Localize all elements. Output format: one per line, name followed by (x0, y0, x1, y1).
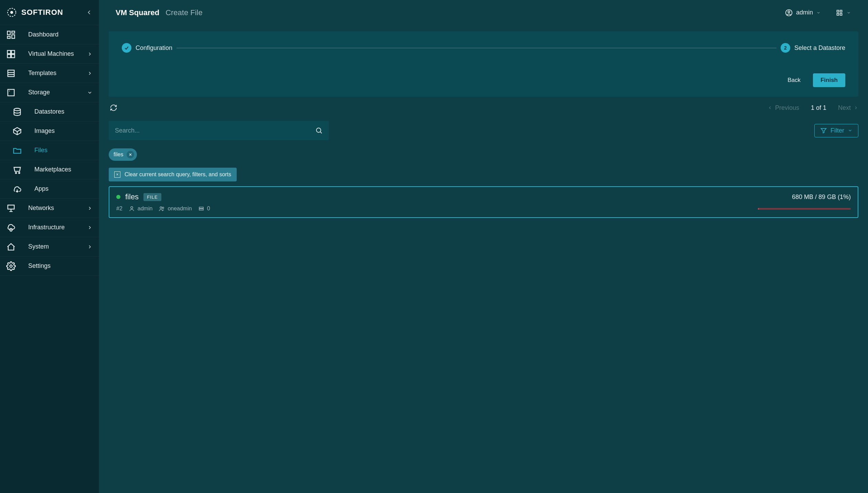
svg-point-15 (14, 108, 21, 111)
sidebar-collapse-button[interactable] (86, 9, 93, 16)
svg-rect-9 (11, 54, 14, 57)
user-menu[interactable]: admin (784, 7, 821, 19)
pager-info: 1 of 1 (811, 104, 826, 112)
usage-progress-fill (758, 208, 759, 210)
card-owner: admin (129, 206, 153, 212)
wizard-step-connector (176, 48, 776, 48)
sidebar-item-label: Files (34, 147, 47, 154)
card-count-value: 0 (207, 206, 210, 212)
search-box[interactable] (109, 121, 329, 140)
filter-label: Filter (831, 127, 844, 134)
chevron-right-icon (87, 51, 93, 57)
sidebar-item-storage[interactable]: Storage (0, 83, 99, 102)
sidebar-item-label: Dashboard (28, 31, 58, 38)
sidebar-item-label: Datastores (34, 108, 64, 115)
sidebar: SOFTIRON Dashboard Virtual Machines Tem (0, 0, 99, 493)
sidebar-subitem-marketplaces[interactable]: Marketplaces (0, 160, 99, 179)
search-input[interactable] (115, 127, 315, 134)
sidebar-item-label: Apps (34, 185, 49, 192)
card-usage: 680 MB / 89 GB (1%) (792, 193, 851, 201)
wizard-step-1-badge (122, 43, 131, 53)
pager-prev[interactable]: Previous (768, 104, 799, 112)
wizard-actions: Back Finish (122, 73, 845, 87)
clear-label: Clear current search query, filters, and… (125, 171, 231, 178)
svg-point-33 (162, 207, 164, 209)
chevron-right-icon (87, 244, 93, 250)
svg-rect-23 (837, 10, 839, 12)
finish-button[interactable]: Finish (813, 73, 845, 87)
svg-point-1 (10, 11, 13, 14)
wizard-step-1-label: Configuration (136, 44, 172, 52)
sidebar-item-networks[interactable]: Networks (0, 199, 99, 218)
filter-chips: files (109, 148, 858, 161)
users-icon (159, 206, 165, 212)
svg-point-31 (131, 207, 133, 209)
sidebar-item-virtual-machines[interactable]: Virtual Machines (0, 44, 99, 64)
db-icon (12, 107, 22, 117)
count-icon (198, 206, 204, 212)
svg-point-20 (10, 265, 12, 267)
sidebar-item-dashboard[interactable]: Dashboard (0, 25, 99, 44)
list-toolbar: Previous 1 of 1 Next (109, 103, 858, 113)
pager-prev-label: Previous (775, 104, 799, 112)
chevron-down-icon (816, 11, 821, 15)
sidebar-item-infrastructure[interactable]: Infrastructure (0, 218, 99, 237)
chevron-down-icon (87, 90, 93, 95)
cloud-download-icon (12, 184, 22, 194)
svg-rect-6 (8, 50, 11, 53)
page-subtitle: Create File (165, 8, 203, 17)
svg-rect-13 (8, 89, 14, 96)
sidebar-subitem-images[interactable]: Images (0, 122, 99, 141)
sidebar-subitem-datastores[interactable]: Datastores (0, 102, 99, 122)
chevron-down-icon (847, 11, 851, 15)
user-label: admin (796, 9, 813, 16)
svg-line-28 (320, 132, 322, 133)
dashboard-icon (6, 30, 16, 40)
brand-logo (6, 7, 17, 18)
svg-rect-34 (199, 207, 203, 209)
svg-rect-4 (12, 35, 14, 39)
cart-icon (12, 165, 22, 175)
svg-rect-26 (840, 13, 842, 15)
chevron-right-icon (87, 225, 93, 230)
pager-next-label: Next (838, 104, 851, 112)
card-id-value: #2 (116, 206, 122, 212)
sidebar-item-label: Virtual Machines (28, 50, 74, 57)
content: Configuration 2 Select a Datastore Back … (99, 25, 868, 493)
sidebar-subitem-apps[interactable]: Apps (0, 179, 99, 199)
filter-button[interactable]: Filter (814, 124, 858, 137)
gear-icon (6, 261, 16, 271)
view-menu[interactable] (835, 7, 851, 19)
card-meta-row: #2 admin oneadmin (116, 206, 851, 212)
pager-next[interactable]: Next (838, 104, 858, 112)
svg-rect-8 (8, 54, 11, 57)
user-icon (129, 206, 135, 212)
wizard-step-2-label: Select a Datastore (794, 44, 845, 52)
clear-filters-button[interactable]: × Clear current search query, filters, a… (109, 168, 237, 181)
sidebar-subitem-files[interactable]: Files (0, 141, 99, 160)
chevron-right-icon (87, 71, 93, 76)
search-row: Filter (109, 121, 858, 140)
chip-remove-button[interactable] (127, 151, 134, 158)
sidebar-item-settings[interactable]: Settings (0, 256, 99, 276)
filter-chip-files[interactable]: files (109, 148, 137, 161)
card-count: 0 (198, 206, 210, 212)
back-button[interactable]: Back (780, 73, 808, 87)
topbar: VM Squared Create File admin (99, 0, 868, 25)
svg-point-27 (317, 128, 321, 133)
user-icon (785, 9, 793, 17)
sidebar-item-label: Networks (28, 204, 54, 212)
svg-point-17 (19, 172, 20, 174)
filter-icon (820, 127, 827, 134)
refresh-button[interactable] (109, 103, 118, 113)
sidebar-item-label: Images (34, 127, 55, 135)
svg-rect-24 (840, 10, 842, 12)
card-title: files (125, 192, 139, 201)
grid-icon (6, 49, 16, 59)
network-icon (6, 203, 16, 213)
sidebar-item-templates[interactable]: Templates (0, 64, 99, 83)
brandbar: SOFTIRON (0, 0, 99, 25)
svg-rect-35 (199, 209, 203, 210)
datastore-card[interactable]: files FILE 680 MB / 89 GB (1%) #2 admin (109, 186, 858, 218)
sidebar-item-system[interactable]: System (0, 237, 99, 256)
